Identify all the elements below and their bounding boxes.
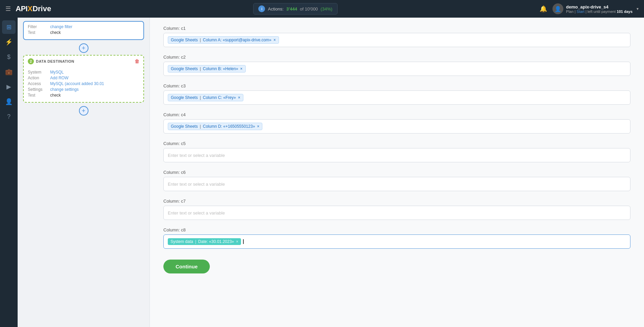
- column-input-c1[interactable]: Google Sheets | Column A: «support@apix-…: [163, 33, 630, 47]
- settings-value[interactable]: change settings: [50, 87, 79, 92]
- chevron-down-icon: ▾: [637, 6, 639, 11]
- hamburger-icon[interactable]: ☰: [5, 5, 11, 13]
- left-panel: Filter change filter Test check + 2 DATA…: [18, 18, 150, 327]
- column-input-c8[interactable]: System data | Date: «30.01.2023» ×: [163, 234, 630, 249]
- destination-row-system: System MySQL: [28, 70, 139, 75]
- card-row-test: Test check: [28, 30, 139, 35]
- tag-text: Column B: «Helen»: [203, 66, 238, 71]
- tag-service: Google Sheets: [171, 66, 198, 71]
- tag-c4: Google Sheets | Column D: «+16505550123»…: [168, 123, 262, 130]
- user-name: demo_apix-drive_s4: [566, 4, 632, 9]
- tag-text: Column D: «+16505550123»: [203, 124, 255, 129]
- continue-button[interactable]: Continue: [163, 260, 210, 273]
- right-panel: Column: c1 Google Sheets | Column A: «su…: [150, 18, 644, 327]
- card-destination-body: System MySQL Action Add ROW Access MySQL…: [24, 67, 143, 102]
- logo-x-text: X: [27, 4, 33, 13]
- tag-service: Google Sheets: [171, 38, 198, 42]
- settings-label: Settings: [28, 87, 48, 92]
- access-label: Access: [28, 81, 48, 86]
- tag-close-icon[interactable]: ×: [240, 66, 243, 71]
- test-value: check: [50, 30, 61, 35]
- tag-c3: Google Sheets | Column C: «Frey» ×: [168, 94, 243, 101]
- actions-badge: i Actions: 3'444 of 10'000 (34%): [253, 3, 337, 15]
- tag-service: Google Sheets: [171, 124, 198, 129]
- column-label-c7: Column: c7: [163, 199, 630, 204]
- tag-c1: Google Sheets | Column A: «support@apix-…: [168, 36, 279, 44]
- destination-row-settings: Settings change settings: [28, 87, 139, 92]
- column-section-c7: Column: c7 Enter text or select a variab…: [163, 199, 630, 220]
- access-value: MySQL (account added 30.01: [50, 81, 104, 86]
- column-section-c3: Column: c3 Google Sheets | Column C: «Fr…: [163, 83, 630, 105]
- user-info[interactable]: 👤 demo_apix-drive_s4 Plan | Start | left…: [552, 3, 639, 14]
- tag-service: Google Sheets: [171, 95, 198, 100]
- column-input-c7[interactable]: Enter text or select a variable: [163, 206, 630, 220]
- column-section-c8: Column: c8 System data | Date: «30.01.20…: [163, 227, 630, 249]
- filter-label: Filter: [28, 24, 48, 29]
- destination-row-test: Test check: [28, 93, 139, 98]
- placeholder-c7: Enter text or select a variable: [168, 210, 225, 216]
- column-input-c2[interactable]: Google Sheets | Column B: «Helen» ×: [163, 62, 630, 76]
- column-section-c1: Column: c1 Google Sheets | Column A: «su…: [163, 26, 630, 47]
- actions-pct: (34%): [321, 6, 333, 12]
- card-source: Filter change filter Test check: [23, 21, 144, 40]
- add-connection-btn-2[interactable]: +: [79, 106, 88, 116]
- sidebar-item-account[interactable]: 👤: [2, 95, 16, 108]
- card-row-filter: Filter change filter: [28, 24, 139, 29]
- actions-label: Actions:: [268, 6, 283, 12]
- destination-title: DATA DESTINATION: [36, 59, 74, 63]
- column-input-c5[interactable]: Enter text or select a variable: [163, 148, 630, 162]
- column-label-c6: Column: c6: [163, 170, 630, 175]
- column-label-c3: Column: c3: [163, 83, 630, 88]
- logo-api-text: API: [16, 4, 27, 13]
- logo: API X Drive: [16, 4, 51, 13]
- sidebar-nav: ⊞ ⚡ $ 💼 ▶ 👤 ?: [0, 18, 18, 327]
- column-section-c5: Column: c5 Enter text or select a variab…: [163, 141, 630, 162]
- sidebar-item-help[interactable]: ?: [2, 110, 16, 123]
- top-header: ☰ API X Drive i Actions: 3'444 of 10'000…: [0, 0, 644, 18]
- sidebar-item-home[interactable]: ⊞: [2, 20, 16, 34]
- add-connection-btn-1[interactable]: +: [79, 43, 88, 53]
- avatar: 👤: [552, 3, 563, 14]
- column-input-c6[interactable]: Enter text or select a variable: [163, 177, 630, 191]
- system-value: MySQL: [50, 70, 64, 75]
- sidebar-item-connections[interactable]: ⚡: [2, 35, 16, 49]
- header-center: i Actions: 3'444 of 10'000 (34%): [51, 3, 540, 15]
- column-section-c2: Column: c2 Google Sheets | Column B: «He…: [163, 55, 630, 76]
- action-label: Action: [28, 76, 48, 80]
- tag-text-cyan: Date: «30.01.2023»: [198, 239, 234, 244]
- actions-used: 3'444: [286, 6, 297, 12]
- tag-close-icon[interactable]: ×: [238, 95, 240, 100]
- destination-row-access: Access MySQL (account added 30.01: [28, 81, 139, 86]
- header-right: 🔔 👤 demo_apix-drive_s4 Plan | Start | le…: [540, 3, 639, 14]
- bell-icon[interactable]: 🔔: [540, 5, 547, 13]
- main-layout: ⊞ ⚡ $ 💼 ▶ 👤 ? Filter change filter Test …: [0, 18, 644, 327]
- card-destination-header: 2 DATA DESTINATION 🗑: [24, 56, 143, 67]
- sidebar-item-billing[interactable]: $: [2, 50, 16, 64]
- delete-icon[interactable]: 🗑: [135, 59, 139, 64]
- destination-row-action: Action Add ROW: [28, 76, 139, 80]
- actions-total: of 10'000: [300, 6, 318, 12]
- column-section-c6: Column: c6 Enter text or select a variab…: [163, 170, 630, 191]
- column-label-c4: Column: c4: [163, 112, 630, 117]
- column-input-c4[interactable]: Google Sheets | Column D: «+16505550123»…: [163, 119, 630, 134]
- test-label: Test: [28, 30, 48, 35]
- placeholder-c5: Enter text or select a variable: [168, 153, 225, 158]
- test2-label: Test: [28, 93, 48, 98]
- filter-value[interactable]: change filter: [50, 24, 72, 29]
- tag-c2: Google Sheets | Column B: «Helen» ×: [168, 65, 246, 73]
- tag-close-cyan-icon[interactable]: ×: [236, 239, 238, 244]
- sidebar-item-media[interactable]: ▶: [2, 80, 16, 94]
- column-section-c4: Column: c4 Google Sheets | Column D: «+1…: [163, 112, 630, 134]
- column-label-c5: Column: c5: [163, 141, 630, 146]
- sidebar-item-tasks[interactable]: 💼: [2, 65, 16, 79]
- tag-text: Column C: «Frey»: [203, 95, 236, 100]
- column-input-c3[interactable]: Google Sheets | Column C: «Frey» ×: [163, 90, 630, 105]
- tag-text: Column A: «support@apix-drive.com»: [203, 38, 271, 42]
- tag-close-icon[interactable]: ×: [274, 38, 276, 42]
- info-icon: i: [258, 5, 265, 12]
- tag-service-cyan: System data: [170, 239, 193, 244]
- cursor-blink: [243, 239, 244, 244]
- user-details: demo_apix-drive_s4 Plan | Start | left u…: [566, 4, 632, 14]
- tag-close-icon[interactable]: ×: [257, 124, 259, 129]
- card-destination: 2 DATA DESTINATION 🗑 System MySQL Action…: [23, 55, 144, 103]
